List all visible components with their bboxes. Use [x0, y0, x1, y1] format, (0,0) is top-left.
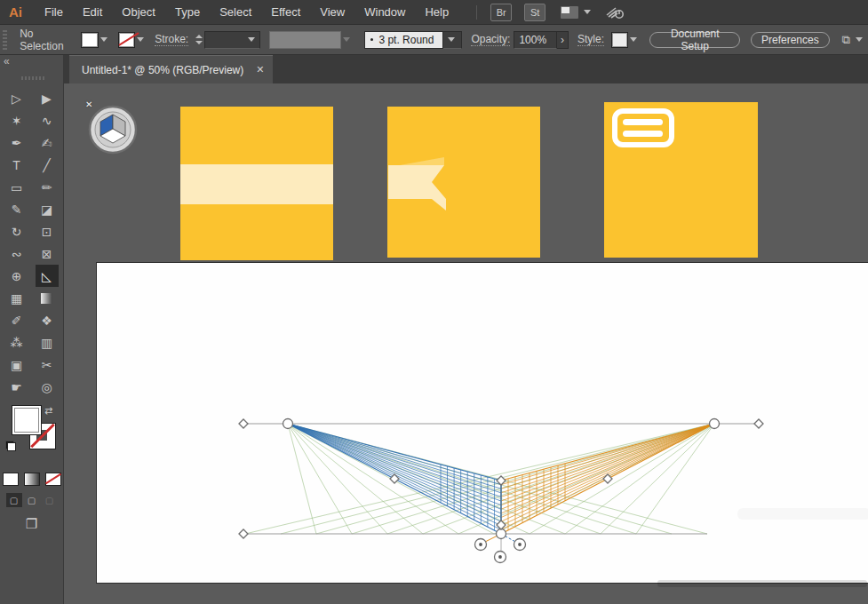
paintbrush-tool[interactable]: ✏ [36, 176, 59, 198]
controlbar-grip[interactable] [3, 30, 7, 50]
magic-wand-tool[interactable]: ✶ [5, 109, 28, 131]
document-tab[interactable]: Untitled-1* @ 50% (RGB/Preview) ✕ [69, 55, 273, 83]
lasso-tool[interactable]: ∿ [36, 109, 59, 131]
perspective-grid-tool[interactable]: ◺ [36, 265, 59, 287]
default-fill-stroke-icon[interactable] [5, 441, 16, 451]
gradient-tool[interactable] [36, 287, 59, 309]
shape-builder-tool[interactable]: ⊕ [5, 265, 28, 287]
screen-mode-icon[interactable]: ❐ [0, 516, 63, 532]
brush-definition-select[interactable]: 3 pt. Round [364, 31, 443, 49]
stroke-weight-stepper[interactable] [195, 35, 203, 44]
menu-object[interactable]: Object [112, 5, 165, 19]
rotate-tool[interactable]: ↻ [5, 220, 28, 242]
paintbrush-tool-icon: ✏ [42, 181, 52, 194]
draw-behind-icon[interactable]: ▢ [24, 493, 40, 507]
menu-select[interactable]: Select [210, 5, 261, 19]
free-transform-tool-icon: ⊠ [42, 248, 52, 260]
scale-tool[interactable]: ⊡ [36, 220, 59, 242]
pencil-tool[interactable]: ✎ [5, 198, 28, 220]
column-graph-tool[interactable]: ▥ [36, 331, 59, 354]
faint-watermark-bottom [657, 580, 867, 587]
collapse-panel-icon[interactable]: « [4, 55, 10, 68]
draw-normal-icon[interactable]: ▢ [6, 493, 22, 507]
slice-tool[interactable]: ✂ [36, 354, 59, 376]
eyedropper-tool-icon: ✐ [12, 314, 22, 327]
swap-fill-stroke-icon[interactable]: ⇄ [44, 405, 52, 417]
opacity-label[interactable]: Opacity: [471, 33, 510, 46]
stroke-weight-select[interactable] [204, 31, 259, 49]
plane-switching-cube-icon[interactable] [87, 103, 140, 156]
bridge-button[interactable]: Br [490, 4, 512, 21]
direct-selection-tool-icon: ▶ [42, 92, 52, 105]
document-tab-title: Untitled-1* @ 50% (RGB/Preview) [82, 64, 243, 76]
toolbar-grip[interactable] [21, 76, 44, 80]
folder-square-3[interactable] [604, 102, 758, 258]
opacity-input[interactable]: 100% [514, 31, 556, 49]
sync-settings-icon[interactable] [605, 4, 625, 20]
blend-tool[interactable]: ❖ [36, 309, 59, 331]
stroke-label[interactable]: Stroke: [155, 33, 188, 46]
arrange-documents-icon[interactable] [561, 6, 578, 19]
perspective-grid-svg[interactable] [96, 262, 868, 584]
type-tool[interactable]: T [5, 154, 28, 176]
brush-chevron-icon[interactable] [443, 31, 462, 49]
line-segment-tool-icon: ╱ [43, 159, 50, 171]
menu-help[interactable]: Help [415, 5, 458, 19]
rectangle-tool[interactable]: ▭ [5, 176, 28, 198]
symbol-sprayer-tool[interactable]: ⁂ [5, 331, 28, 354]
transform-panel-icon[interactable]: ⧉ [842, 33, 850, 47]
ribbon-shape [387, 107, 540, 258]
menu-edit[interactable]: Edit [73, 5, 112, 19]
mesh-tool[interactable]: ▦ [5, 287, 28, 309]
canvas-area[interactable]: ✕ [64, 83, 868, 604]
opacity-next-icon[interactable]: › [557, 31, 569, 49]
width-tool[interactable]: ∾ [5, 242, 28, 265]
document-setup-button[interactable]: Document Setup [649, 32, 740, 48]
zoom-tool[interactable]: ◎ [36, 376, 59, 398]
selection-tool[interactable]: ▷ [5, 87, 28, 109]
transform-chevron-icon[interactable] [856, 37, 863, 42]
pen-tool[interactable]: ✒ [5, 131, 28, 154]
plane-switching-widget[interactable]: ✕ [87, 103, 140, 156]
color-button[interactable] [3, 473, 19, 486]
direct-selection-tool[interactable]: ▶ [36, 87, 59, 109]
style-label[interactable]: Style: [577, 33, 604, 46]
menu-file[interactable]: File [35, 5, 73, 19]
stock-button[interactable]: St [524, 4, 545, 21]
artboard-tool[interactable]: ▣ [5, 354, 28, 376]
menu-items: FileEditObjectTypeSelectEffectViewWindow… [35, 5, 458, 19]
selection-status: No Selection [20, 28, 72, 52]
zoom-tool-icon: ◎ [41, 381, 52, 393]
fill-swatch[interactable] [81, 32, 98, 48]
chevron-down-icon[interactable] [584, 10, 591, 14]
line-segment-tool[interactable]: ╱ [36, 154, 59, 176]
stroke-swatch[interactable] [118, 32, 135, 48]
curvature-tool[interactable]: ✍ [36, 131, 59, 154]
preferences-button[interactable]: Preferences [751, 32, 830, 48]
fill-chevron-icon[interactable] [99, 33, 109, 47]
fill-proxy[interactable] [12, 405, 42, 435]
menu-view[interactable]: View [310, 5, 354, 19]
menu-effect[interactable]: Effect [261, 5, 310, 19]
pen-tool-icon: ✒ [12, 137, 22, 149]
folder-square-1[interactable] [180, 107, 333, 260]
tab-close-icon[interactable]: ✕ [256, 64, 264, 76]
menu-type[interactable]: Type [165, 5, 210, 19]
free-transform-tool[interactable]: ⊠ [36, 242, 59, 265]
magic-wand-tool-icon: ✶ [12, 115, 22, 127]
style-swatch[interactable] [611, 32, 628, 48]
hand-tool[interactable]: ☛ [5, 376, 28, 398]
menu-window[interactable]: Window [354, 5, 415, 19]
brush-name: 3 pt. Round [378, 34, 434, 46]
mesh-tool-icon: ▦ [11, 292, 22, 305]
none-button[interactable] [45, 473, 61, 486]
eyedropper-tool[interactable]: ✐ [5, 309, 28, 331]
illustrator-logo: Ai [0, 4, 35, 20]
style-chevron-icon[interactable] [628, 33, 639, 47]
widget-close-icon[interactable]: ✕ [85, 99, 92, 109]
folder-square-2[interactable] [387, 107, 540, 258]
control-bar: No Selection Stroke: 3 pt. Round Opacity… [0, 25, 868, 55]
gradient-button[interactable] [24, 473, 40, 486]
draw-inside-icon[interactable]: ▢ [42, 493, 58, 507]
eraser-tool[interactable]: ◪ [36, 198, 59, 220]
